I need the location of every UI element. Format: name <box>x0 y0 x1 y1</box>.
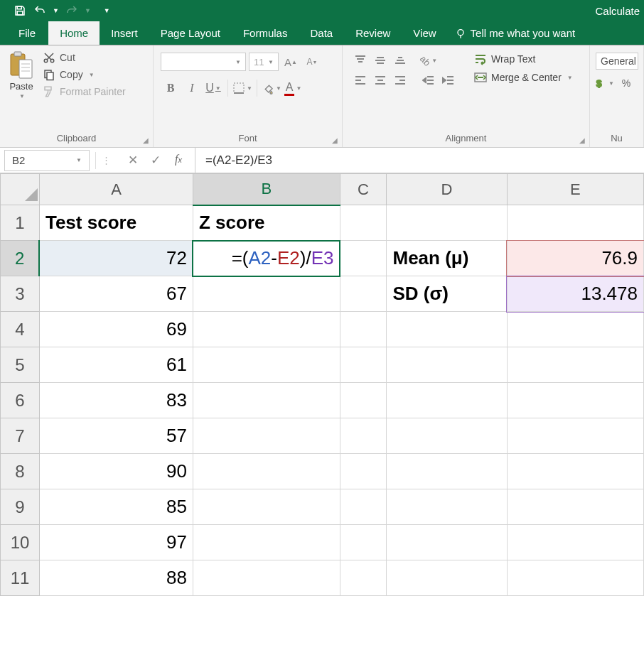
cell-A4[interactable]: 69 <box>39 312 193 347</box>
row-header-9[interactable]: 9 <box>1 489 40 525</box>
fill-color-button[interactable]: ▼ <box>262 78 281 98</box>
row-header-4[interactable]: 4 <box>1 312 40 347</box>
cell-D2[interactable]: Mean (μ) <box>387 241 507 276</box>
cell-A6[interactable]: 83 <box>39 383 193 418</box>
name-box-dropdown-icon[interactable]: ▼ <box>76 157 82 163</box>
cell-E11[interactable] <box>507 560 643 596</box>
underline-button[interactable]: U▼ <box>203 78 223 98</box>
cell-A8[interactable]: 90 <box>39 454 193 489</box>
paste-dropdown-icon[interactable]: ▼ <box>19 93 25 99</box>
row-header-3[interactable]: 3 <box>1 276 40 312</box>
italic-button[interactable]: I <box>182 78 202 98</box>
cell-B6[interactable] <box>193 383 340 418</box>
cell-C8[interactable] <box>340 454 387 489</box>
cell-A11[interactable]: 88 <box>39 560 193 596</box>
cell-B2[interactable]: =(A2-E2)/E3 <box>193 241 340 276</box>
row-header-11[interactable]: 11 <box>1 560 40 596</box>
tab-file[interactable]: File <box>6 21 48 45</box>
row-header-5[interactable]: 5 <box>1 347 40 383</box>
cell-E6[interactable] <box>507 383 643 418</box>
cell-E1[interactable] <box>507 205 643 241</box>
cell-D4[interactable] <box>387 312 507 347</box>
name-box[interactable]: B2 ▼ <box>4 150 90 171</box>
cell-E5[interactable] <box>507 347 643 383</box>
cell-A10[interactable]: 97 <box>39 525 193 560</box>
cell-A3[interactable]: 67 <box>39 276 193 312</box>
select-all-corner[interactable] <box>1 174 40 205</box>
copy-dropdown-icon[interactable]: ▼ <box>89 72 95 78</box>
cell-D1[interactable] <box>387 205 507 241</box>
cell-A5[interactable]: 61 <box>39 347 193 383</box>
cell-D10[interactable] <box>387 525 507 560</box>
qat-customize-icon[interactable]: ▼ <box>104 7 110 14</box>
align-center-icon[interactable] <box>371 71 390 90</box>
col-header-B[interactable]: B <box>193 174 340 205</box>
cell-D6[interactable] <box>387 383 507 418</box>
cell-A9[interactable]: 85 <box>39 489 193 525</box>
tell-me-search[interactable]: Tell me what you want <box>448 21 583 45</box>
save-icon[interactable] <box>13 4 27 18</box>
cell-E7[interactable] <box>507 418 643 454</box>
col-header-A[interactable]: A <box>39 174 193 205</box>
cell-B3[interactable] <box>193 276 340 312</box>
col-header-C[interactable]: C <box>340 174 387 205</box>
row-header-1[interactable]: 1 <box>1 205 40 241</box>
clipboard-dialog-launcher-icon[interactable]: ◢ <box>143 136 149 144</box>
cell-C4[interactable] <box>340 312 387 347</box>
cell-B11[interactable] <box>193 560 340 596</box>
align-right-icon[interactable] <box>391 71 409 90</box>
enter-formula-button[interactable]: ✓ <box>149 153 162 168</box>
tab-insert[interactable]: Insert <box>100 21 149 45</box>
cell-A1[interactable]: Test score <box>39 205 193 241</box>
tab-review[interactable]: Review <box>344 21 402 45</box>
cell-E8[interactable] <box>507 454 643 489</box>
font-color-button[interactable]: A▼ <box>283 78 303 98</box>
cell-D11[interactable] <box>387 560 507 596</box>
font-dialog-launcher-icon[interactable]: ◢ <box>332 136 338 144</box>
cell-B10[interactable] <box>193 525 340 560</box>
row-header-6[interactable]: 6 <box>1 383 40 418</box>
undo-icon[interactable] <box>33 4 47 18</box>
alignment-dialog-launcher-icon[interactable]: ◢ <box>579 136 585 144</box>
align-top-icon[interactable] <box>351 51 370 70</box>
col-header-D[interactable]: D <box>387 174 507 205</box>
paste-button[interactable]: Paste ▼ <box>4 48 38 99</box>
cell-D5[interactable] <box>387 347 507 383</box>
cell-D7[interactable] <box>387 418 507 454</box>
increase-indent-icon[interactable] <box>439 71 458 90</box>
cell-E4[interactable] <box>507 312 643 347</box>
wrap-text-button[interactable]: Wrap Text <box>474 53 573 65</box>
align-left-icon[interactable] <box>351 71 370 90</box>
bold-button[interactable]: B <box>161 78 181 98</box>
row-header-8[interactable]: 8 <box>1 454 40 489</box>
insert-function-button[interactable]: fx <box>172 153 185 168</box>
cell-C1[interactable] <box>340 205 387 241</box>
cell-A2[interactable]: 72 <box>39 241 193 276</box>
formula-bar-input[interactable]: =(A2-E2)/E3 <box>195 148 644 173</box>
number-format-combo[interactable]: General <box>596 53 638 70</box>
tab-formulas[interactable]: Formulas <box>232 21 299 45</box>
spreadsheet-grid[interactable]: A B C D E 1 Test score Z score 2 72 =(A2… <box>0 173 644 596</box>
cell-D3[interactable]: SD (σ) <box>387 276 507 312</box>
cell-B7[interactable] <box>193 418 340 454</box>
row-header-2[interactable]: 2 <box>1 241 40 276</box>
tab-home[interactable]: Home <box>48 21 100 45</box>
tab-page-layout[interactable]: Page Layout <box>149 21 232 45</box>
accounting-format-icon[interactable]: $▼ <box>596 74 614 92</box>
font-size-combo[interactable]: 11▼ <box>249 53 279 71</box>
cell-E2[interactable]: 76.9 <box>507 241 643 276</box>
cell-E10[interactable] <box>507 525 643 560</box>
cell-B4[interactable] <box>193 312 340 347</box>
undo-dropdown-icon[interactable]: ▼ <box>53 7 59 14</box>
cut-button[interactable]: Cut <box>43 51 126 64</box>
cell-C10[interactable] <box>340 525 387 560</box>
cell-E9[interactable] <box>507 489 643 525</box>
cell-E3[interactable]: 13.478 <box>507 276 643 312</box>
decrease-font-icon[interactable]: A▼ <box>303 53 321 71</box>
format-painter-button[interactable]: Format Painter <box>43 85 126 98</box>
cell-B9[interactable] <box>193 489 340 525</box>
cell-A7[interactable]: 57 <box>39 418 193 454</box>
merge-dropdown-icon[interactable]: ▼ <box>567 75 573 81</box>
percent-format-icon[interactable]: % <box>617 74 635 92</box>
cell-D8[interactable] <box>387 454 507 489</box>
